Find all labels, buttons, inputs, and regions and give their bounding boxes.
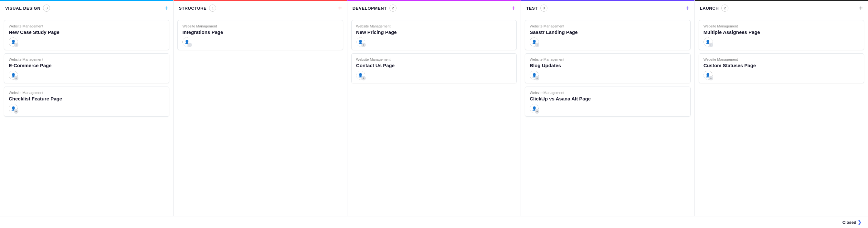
avatar-placeholder: 👤+ [356, 37, 365, 46]
column-count-development: 2 [390, 4, 397, 12]
card-title: E-Commerce Page [9, 63, 164, 68]
card-test-2[interactable]: Website ManagementClickUp vs Asana Alt P… [525, 87, 690, 117]
column-body-launch: Website ManagementMultiple Assignees Pag… [695, 16, 868, 216]
card-launch-1[interactable]: Website ManagementCustom Statuses Page👤+ [699, 53, 864, 83]
avatar-placeholder: 👤+ [9, 37, 18, 46]
column-development: DEVELOPMENT2+Website ManagementNew Prici… [347, 0, 521, 216]
closed-label: Closed [842, 220, 856, 225]
column-add-button-test[interactable]: + [685, 5, 689, 11]
column-test: TEST3+Website ManagementSaastr Landing P… [521, 0, 694, 216]
avatar-placeholder: 👤+ [182, 37, 191, 46]
card-title: Integrations Page [182, 29, 338, 35]
add-assignee-icon[interactable]: + [187, 43, 192, 47]
card-meta: Website Management [356, 24, 512, 28]
column-title-development: DEVELOPMENT [352, 6, 387, 11]
card-assignees: 👤+ [9, 37, 18, 46]
card-meta: Website Management [9, 58, 164, 61]
add-assignee-icon[interactable]: + [535, 109, 539, 114]
card-assignees: 👤+ [9, 71, 18, 80]
card-meta: Website Management [9, 91, 164, 95]
column-count-structure: 1 [209, 4, 216, 12]
card-visual-2[interactable]: Website ManagementChecklist Feature Page… [4, 87, 169, 117]
card-test-0[interactable]: Website ManagementSaastr Landing Page👤+ [525, 20, 690, 50]
card-visual-0[interactable]: Website ManagementNew Case Study Page👤+ [4, 20, 169, 50]
card-title: Saastr Landing Page [530, 29, 685, 35]
add-assignee-icon[interactable]: + [535, 43, 539, 47]
card-meta: Website Management [704, 58, 859, 61]
card-assignees: 👤+ [704, 37, 713, 46]
column-body-visual: Website ManagementNew Case Study Page👤+W… [0, 16, 173, 216]
avatar-placeholder: 👤+ [530, 104, 539, 113]
card-structure-0[interactable]: Website ManagementIntegrations Page👤+ [178, 20, 343, 50]
column-count-launch: 2 [721, 4, 728, 12]
column-count-visual: 3 [43, 4, 50, 12]
avatar-placeholder: 👤+ [9, 71, 18, 80]
column-title-structure: STRUCTURE [179, 6, 207, 11]
avatar-placeholder: 👤+ [530, 71, 539, 80]
card-visual-1[interactable]: Website ManagementE-Commerce Page👤+ [4, 53, 169, 83]
card-assignees: 👤+ [704, 71, 713, 80]
card-launch-0[interactable]: Website ManagementMultiple Assignees Pag… [699, 20, 864, 50]
closed-button[interactable]: Closed ❯ [842, 220, 862, 225]
column-header-test: TEST3+ [521, 0, 694, 16]
column-structure: STRUCTURE1+Website ManagementIntegration… [174, 0, 347, 216]
card-assignees: 👤+ [182, 37, 191, 46]
add-assignee-icon[interactable]: + [14, 43, 19, 47]
card-meta: Website Management [9, 24, 164, 28]
column-add-button-launch[interactable]: + [859, 5, 863, 11]
card-meta: Website Management [530, 91, 685, 95]
card-meta: Website Management [530, 58, 685, 61]
card-title: New Case Study Page [9, 29, 164, 35]
card-assignees: 👤+ [356, 71, 365, 80]
card-title: ClickUp vs Asana Alt Page [530, 96, 685, 101]
card-title: Multiple Assignees Page [704, 29, 859, 35]
card-meta: Website Management [530, 24, 685, 28]
avatar-placeholder: 👤+ [704, 37, 713, 46]
avatar-placeholder: 👤+ [704, 71, 713, 80]
add-assignee-icon[interactable]: + [535, 76, 539, 80]
card-meta: Website Management [704, 24, 859, 28]
card-development-1[interactable]: Website ManagementContact Us Page👤+ [351, 53, 517, 83]
card-assignees: 👤+ [9, 104, 18, 113]
card-test-1[interactable]: Website ManagementBlog Updates👤+ [525, 53, 690, 83]
column-body-development: Website ManagementNew Pricing Page👤+Webs… [347, 16, 521, 216]
column-add-button-development[interactable]: + [512, 5, 516, 11]
footer-bar: Closed ❯ [0, 216, 868, 228]
add-assignee-icon[interactable]: + [361, 76, 366, 80]
column-launch: LAUNCH2+Website ManagementMultiple Assig… [695, 0, 868, 216]
add-assignee-icon[interactable]: + [14, 109, 19, 114]
column-body-test: Website ManagementSaastr Landing Page👤+W… [521, 16, 694, 216]
add-assignee-icon[interactable]: + [361, 43, 366, 47]
card-assignees: 👤+ [530, 37, 539, 46]
column-title-test: TEST [526, 6, 538, 11]
column-header-development: DEVELOPMENT2+ [347, 0, 521, 16]
card-assignees: 👤+ [530, 104, 539, 113]
card-title: Blog Updates [530, 63, 685, 68]
add-assignee-icon[interactable]: + [14, 76, 19, 80]
column-header-visual: VISUAL DESIGN3+ [0, 0, 173, 16]
column-title-visual: VISUAL DESIGN [5, 6, 40, 11]
add-assignee-icon[interactable]: + [709, 43, 713, 47]
column-count-test: 3 [540, 4, 548, 12]
kanban-board: VISUAL DESIGN3+Website ManagementNew Cas… [0, 0, 868, 216]
card-development-0[interactable]: Website ManagementNew Pricing Page👤+ [351, 20, 517, 50]
avatar-placeholder: 👤+ [356, 71, 365, 80]
column-add-button-visual[interactable]: + [164, 5, 168, 11]
card-assignees: 👤+ [530, 71, 539, 80]
card-title: Contact Us Page [356, 63, 512, 68]
add-assignee-icon[interactable]: + [709, 76, 713, 80]
card-title: Checklist Feature Page [9, 96, 164, 101]
avatar-placeholder: 👤+ [9, 104, 18, 113]
card-title: New Pricing Page [356, 29, 512, 35]
column-add-button-structure[interactable]: + [338, 5, 342, 11]
column-header-structure: STRUCTURE1+ [174, 0, 347, 16]
column-body-structure: Website ManagementIntegrations Page👤+ [174, 16, 347, 216]
card-meta: Website Management [356, 58, 512, 61]
column-visual: VISUAL DESIGN3+Website ManagementNew Cas… [0, 0, 174, 216]
column-header-launch: LAUNCH2+ [695, 0, 868, 16]
avatar-placeholder: 👤+ [530, 37, 539, 46]
card-meta: Website Management [182, 24, 338, 28]
chevron-right-icon: ❯ [858, 220, 862, 225]
card-title: Custom Statuses Page [704, 63, 859, 68]
column-title-launch: LAUNCH [700, 6, 719, 11]
